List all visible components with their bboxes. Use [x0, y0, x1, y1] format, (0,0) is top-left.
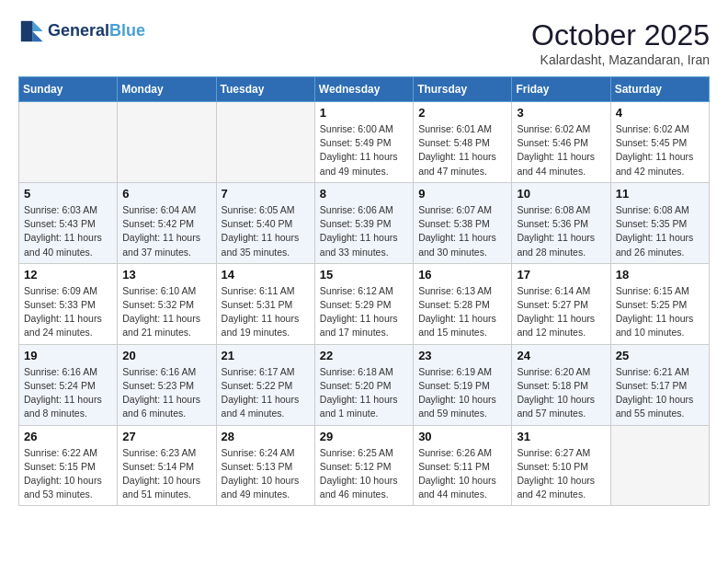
day-number: 18: [616, 268, 704, 282]
calendar-week-row: 12Sunrise: 6:09 AMSunset: 5:33 PMDayligh…: [19, 263, 710, 344]
day-info: Sunrise: 6:02 AMSunset: 5:46 PMDaylight:…: [517, 122, 605, 178]
day-number: 23: [418, 349, 506, 362]
calendar-body: 1Sunrise: 6:00 AMSunset: 5:49 PMDaylight…: [19, 102, 710, 506]
day-number: 1: [320, 106, 408, 120]
day-info: Sunrise: 6:15 AMSunset: 5:25 PMDaylight:…: [616, 284, 704, 340]
calendar-cell: 2Sunrise: 6:01 AMSunset: 5:48 PMDaylight…: [414, 102, 512, 183]
calendar-cell: 6Sunrise: 6:04 AMSunset: 5:42 PMDaylight…: [118, 182, 216, 263]
calendar-cell: 4Sunrise: 6:02 AMSunset: 5:45 PMDaylight…: [610, 102, 709, 183]
day-info: Sunrise: 6:12 AMSunset: 5:29 PMDaylight:…: [320, 284, 408, 340]
day-number: 8: [320, 187, 408, 201]
day-number: 30: [418, 430, 506, 443]
calendar-cell: 26Sunrise: 6:22 AMSunset: 5:15 PMDayligh…: [19, 425, 118, 506]
day-info: Sunrise: 6:20 AMSunset: 5:18 PMDaylight:…: [517, 365, 605, 421]
calendar-cell: [19, 102, 118, 183]
day-info: Sunrise: 6:09 AMSunset: 5:33 PMDaylight:…: [24, 284, 112, 340]
calendar-cell: 18Sunrise: 6:15 AMSunset: 5:25 PMDayligh…: [610, 263, 709, 344]
day-number: 22: [320, 349, 408, 362]
calendar-cell: 28Sunrise: 6:24 AMSunset: 5:13 PMDayligh…: [216, 425, 314, 506]
day-number: 5: [24, 187, 112, 201]
calendar-cell: 8Sunrise: 6:06 AMSunset: 5:39 PMDaylight…: [314, 182, 413, 263]
day-info: Sunrise: 6:02 AMSunset: 5:45 PMDaylight:…: [616, 122, 704, 178]
calendar-cell: 23Sunrise: 6:19 AMSunset: 5:19 PMDayligh…: [414, 344, 512, 425]
title-block: October 2025 Kalardasht, Mazandaran, Ira…: [531, 18, 710, 67]
day-info: Sunrise: 6:27 AMSunset: 5:10 PMDaylight:…: [517, 446, 605, 502]
calendar-cell: 12Sunrise: 6:09 AMSunset: 5:33 PMDayligh…: [19, 263, 118, 344]
day-number: 29: [320, 430, 408, 443]
weekday-header-cell: Saturday: [610, 77, 709, 102]
svg-marker-1: [32, 31, 42, 41]
day-number: 24: [517, 349, 605, 362]
day-number: 26: [24, 430, 112, 443]
calendar-cell: 24Sunrise: 6:20 AMSunset: 5:18 PMDayligh…: [512, 344, 610, 425]
day-info: Sunrise: 6:04 AMSunset: 5:42 PMDaylight:…: [122, 203, 210, 259]
calendar-cell: 19Sunrise: 6:16 AMSunset: 5:24 PMDayligh…: [19, 344, 118, 425]
day-info: Sunrise: 6:01 AMSunset: 5:48 PMDaylight:…: [418, 122, 506, 178]
day-info: Sunrise: 6:08 AMSunset: 5:36 PMDaylight:…: [517, 203, 605, 259]
calendar-cell: 15Sunrise: 6:12 AMSunset: 5:29 PMDayligh…: [314, 263, 413, 344]
day-info: Sunrise: 6:24 AMSunset: 5:13 PMDaylight:…: [222, 446, 310, 502]
calendar-cell: 9Sunrise: 6:07 AMSunset: 5:38 PMDaylight…: [414, 182, 512, 263]
calendar-cell: [118, 102, 216, 183]
day-info: Sunrise: 6:14 AMSunset: 5:27 PMDaylight:…: [517, 284, 605, 340]
weekday-header-cell: Sunday: [19, 77, 118, 102]
day-info: Sunrise: 6:08 AMSunset: 5:35 PMDaylight:…: [616, 203, 704, 259]
calendar-week-row: 5Sunrise: 6:03 AMSunset: 5:43 PMDaylight…: [19, 182, 710, 263]
page-header: GeneralBlue October 2025 Kalardasht, Maz…: [18, 18, 710, 67]
weekday-header-cell: Tuesday: [216, 77, 314, 102]
calendar-week-row: 26Sunrise: 6:22 AMSunset: 5:15 PMDayligh…: [19, 425, 710, 506]
location-subtitle: Kalardasht, Mazandaran, Iran: [531, 52, 710, 67]
calendar-cell: 5Sunrise: 6:03 AMSunset: 5:43 PMDaylight…: [19, 182, 118, 263]
day-info: Sunrise: 6:18 AMSunset: 5:20 PMDaylight:…: [320, 365, 408, 421]
day-number: 4: [616, 106, 704, 120]
day-info: Sunrise: 6:25 AMSunset: 5:12 PMDaylight:…: [320, 446, 408, 502]
day-number: 27: [122, 430, 210, 443]
day-info: Sunrise: 6:16 AMSunset: 5:24 PMDaylight:…: [24, 365, 112, 421]
day-number: 21: [222, 349, 310, 362]
weekday-header-cell: Monday: [118, 77, 216, 102]
day-info: Sunrise: 6:21 AMSunset: 5:17 PMDaylight:…: [616, 365, 704, 421]
calendar-week-row: 19Sunrise: 6:16 AMSunset: 5:24 PMDayligh…: [19, 344, 710, 425]
calendar-cell: 10Sunrise: 6:08 AMSunset: 5:36 PMDayligh…: [512, 182, 610, 263]
day-number: 6: [122, 187, 210, 201]
calendar-table: SundayMondayTuesdayWednesdayThursdayFrid…: [18, 76, 710, 506]
day-number: 25: [616, 349, 704, 362]
weekday-header-row: SundayMondayTuesdayWednesdayThursdayFrid…: [19, 77, 710, 102]
day-info: Sunrise: 6:03 AMSunset: 5:43 PMDaylight:…: [24, 203, 112, 259]
weekday-header-cell: Thursday: [414, 77, 512, 102]
calendar-cell: 13Sunrise: 6:10 AMSunset: 5:32 PMDayligh…: [118, 263, 216, 344]
weekday-header-cell: Friday: [512, 77, 610, 102]
calendar-cell: 30Sunrise: 6:26 AMSunset: 5:11 PMDayligh…: [414, 425, 512, 506]
day-info: Sunrise: 6:11 AMSunset: 5:31 PMDaylight:…: [222, 284, 310, 340]
logo-text: GeneralBlue: [48, 22, 145, 40]
day-info: Sunrise: 6:00 AMSunset: 5:49 PMDaylight:…: [320, 122, 408, 178]
day-number: 7: [222, 187, 310, 201]
day-info: Sunrise: 6:10 AMSunset: 5:32 PMDaylight:…: [122, 284, 210, 340]
calendar-cell: 3Sunrise: 6:02 AMSunset: 5:46 PMDaylight…: [512, 102, 610, 183]
weekday-header-cell: Wednesday: [314, 77, 413, 102]
day-number: 10: [517, 187, 605, 201]
day-number: 3: [517, 106, 605, 120]
day-info: Sunrise: 6:13 AMSunset: 5:28 PMDaylight:…: [418, 284, 506, 340]
day-info: Sunrise: 6:05 AMSunset: 5:40 PMDaylight:…: [222, 203, 310, 259]
day-number: 14: [222, 268, 310, 282]
calendar-cell: [216, 102, 314, 183]
day-number: 31: [517, 430, 605, 443]
day-number: 17: [517, 268, 605, 282]
day-number: 12: [24, 268, 112, 282]
calendar-cell: 27Sunrise: 6:23 AMSunset: 5:14 PMDayligh…: [118, 425, 216, 506]
calendar-cell: 16Sunrise: 6:13 AMSunset: 5:28 PMDayligh…: [414, 263, 512, 344]
day-number: 15: [320, 268, 408, 282]
day-number: 20: [122, 349, 210, 362]
day-number: 11: [616, 187, 704, 201]
day-number: 13: [122, 268, 210, 282]
calendar-cell: 17Sunrise: 6:14 AMSunset: 5:27 PMDayligh…: [512, 263, 610, 344]
day-info: Sunrise: 6:23 AMSunset: 5:14 PMDaylight:…: [122, 446, 210, 502]
day-number: 16: [418, 268, 506, 282]
calendar-cell: 31Sunrise: 6:27 AMSunset: 5:10 PMDayligh…: [512, 425, 610, 506]
calendar-cell: 29Sunrise: 6:25 AMSunset: 5:12 PMDayligh…: [314, 425, 413, 506]
calendar-cell: 7Sunrise: 6:05 AMSunset: 5:40 PMDaylight…: [216, 182, 314, 263]
day-info: Sunrise: 6:17 AMSunset: 5:22 PMDaylight:…: [222, 365, 310, 421]
calendar-cell: 22Sunrise: 6:18 AMSunset: 5:20 PMDayligh…: [314, 344, 413, 425]
calendar-cell: 1Sunrise: 6:00 AMSunset: 5:49 PMDaylight…: [314, 102, 413, 183]
